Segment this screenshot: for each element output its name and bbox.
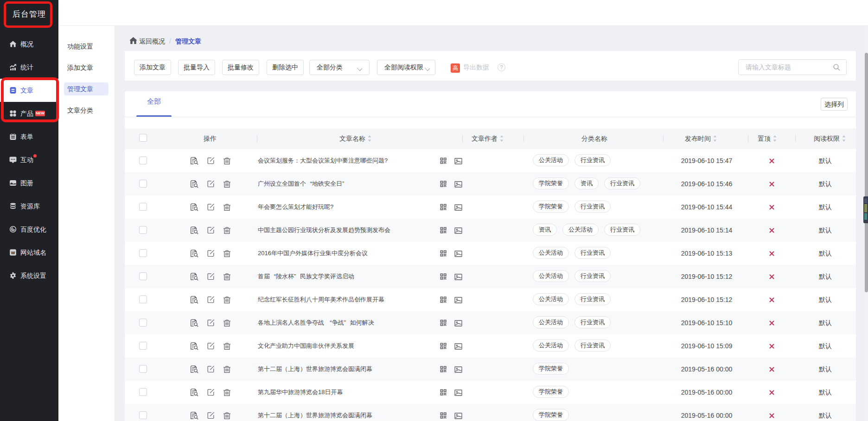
svg-text:W: W bbox=[11, 251, 15, 255]
